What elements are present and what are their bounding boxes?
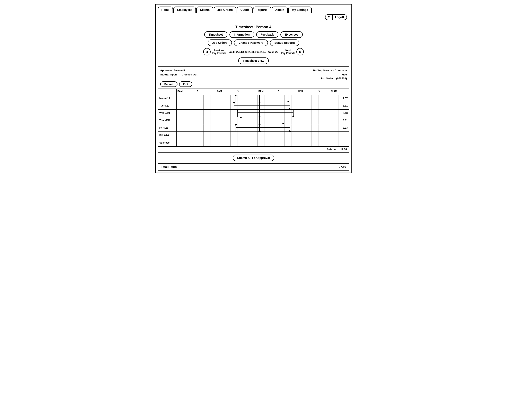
tab-joborders[interactable]: Job Orders [214,7,236,13]
pay-link-52[interactable]: 5/2 [275,50,278,53]
pay-link-44[interactable]: 4/4 [249,50,253,53]
tab-clients[interactable]: Clients [196,7,213,13]
grid-cell [318,102,325,109]
grid-cell [325,117,332,124]
grid-cell [244,117,251,124]
grid-cell [325,132,332,139]
start-marker [236,124,236,131]
subnav-row1: Timesheet Information Feedback Expenses [158,31,349,38]
total-hours-label: Total Hours [161,165,177,168]
grid-cell [305,102,312,109]
grid-cell [258,132,264,139]
grid-cell [271,102,278,109]
grid-cell [271,139,278,146]
timesheet-view-button[interactable]: Timesheet View [238,57,269,64]
grid-cell [305,139,312,146]
grid-cell [251,102,258,109]
day-grid-area [177,117,339,124]
grid-cell [312,95,318,102]
tab-mysettings[interactable]: My Settings [288,7,312,13]
grid-cell [318,132,325,139]
time-12am-start: 12AM [177,90,183,92]
grid-cell [264,117,271,124]
time-bar [237,112,293,113]
start-marker [234,102,234,109]
grid-cell [264,95,271,102]
end-marker [290,102,290,109]
grid-cell [251,117,258,124]
pay-link-425[interactable]: 4/25 [268,50,273,53]
grid-cell [298,117,305,124]
pay-link-418[interactable]: 4/18 [261,50,266,53]
submit-all-button[interactable]: Submit All For Approval [233,155,274,161]
main-container: Home Employees Clients Job Orders Cutoff… [155,4,352,173]
day-label: Sat-4/24 [158,132,177,139]
grid-cell [332,124,339,131]
grid-cell [224,110,231,117]
pay-link-321[interactable]: 3/21 [236,50,241,53]
grid-cell [278,124,285,131]
grid-cell [244,110,251,117]
tab-cutoff[interactable]: Cutoff [237,7,253,13]
subnav-expenses[interactable]: Expenses [280,31,303,38]
grid-cell [224,139,231,146]
grid-cell [190,110,197,117]
grid-cell [190,102,197,109]
day-rows-container: Mon-4/197.57Tue-4/208.11Wed-4/218.13Thur… [158,95,349,146]
day-hours: 8.11 [339,102,349,109]
grid-cell [318,139,325,146]
pay-link-314[interactable]: 3/14 [229,50,234,53]
grid-cell [177,124,183,131]
grid-cell [177,95,183,102]
next-pay-period-button[interactable]: ▶ [296,48,304,55]
grid-cell [183,124,190,131]
prev-pay-period-button[interactable]: ◀ [203,48,211,55]
grid-cell [332,95,339,102]
grid-cell [298,102,305,109]
subnav-joborders[interactable]: Job Orders [208,40,232,46]
time-3: 3 [197,90,198,92]
grid-cell [217,110,224,117]
subnav-timesheet[interactable]: Timesheet [204,31,227,38]
time-12pm: 12PM [258,90,264,92]
start-marker [241,117,241,124]
subnav-feedback[interactable]: Feedback [256,31,279,38]
pay-link-328[interactable]: 3/28 [242,50,247,53]
grid-cell [325,102,332,109]
grid-cell [285,139,291,146]
grid-cell [224,117,231,124]
grid-cell [177,110,183,117]
ts-grid-inner: 12AM 3 6AM 9 12PM 3 6PM 9 12AM Mon-4/197… [158,89,349,152]
help-button[interactable]: ? [325,15,333,20]
grid-cell [211,102,217,109]
grid-cell [285,110,291,117]
tab-admin[interactable]: Admin [272,7,288,13]
grid-cell [204,102,211,109]
time-9: 9 [237,90,239,92]
tab-home[interactable]: Home [158,7,173,13]
edit-button[interactable]: Edit [179,81,192,87]
grid-cell [244,124,251,131]
day-label: Wed-4/21 [158,110,177,117]
grid-cell [258,139,264,146]
subnav-information[interactable]: Information [229,31,254,38]
grid-cell [305,117,312,124]
grid-cell [183,102,190,109]
subnav-statusreports[interactable]: Status Reports [270,40,299,46]
grid-cell [197,139,204,146]
grid-cell [197,95,204,102]
tab-employees[interactable]: Employees [173,7,196,13]
logoff-button[interactable]: Logoff [333,15,346,20]
timesheet-container: Approver: Person B Status: Open — [Clock… [158,66,349,152]
day-hours: 8.13 [339,110,349,117]
tab-reports[interactable]: Reports [253,7,271,13]
grid-cell [332,132,339,139]
subnav-changepassword[interactable]: Change Password [234,40,268,46]
submit-button[interactable]: Submit [160,81,177,87]
pay-link-411[interactable]: 4/11 [254,50,259,53]
grid-cell [183,95,190,102]
prev-label: PreviousPay Periods [212,49,226,55]
day-label: Tue-4/20 [158,102,177,109]
company-name2: Five [312,73,347,77]
grid-cell [197,117,204,124]
